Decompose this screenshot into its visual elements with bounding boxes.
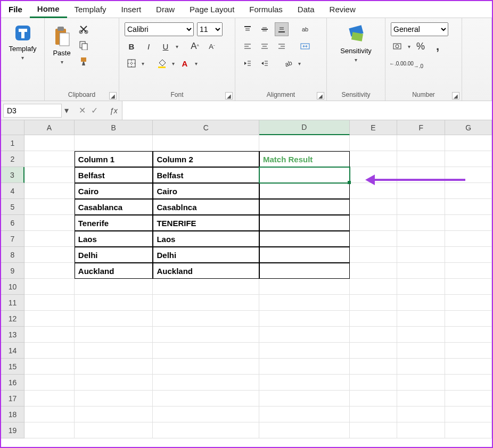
tab-review[interactable]: Review	[322, 2, 363, 17]
cell-D12[interactable]	[259, 311, 350, 327]
row-header-18[interactable]: 18	[1, 406, 24, 422]
cell-C5[interactable]: Casablnca	[153, 199, 259, 215]
cell-E5[interactable]	[350, 199, 398, 215]
tab-data[interactable]: Data	[290, 2, 322, 17]
cell-B12[interactable]	[75, 311, 153, 327]
accounting-format-button[interactable]	[391, 39, 405, 53]
cell-F5[interactable]	[397, 199, 445, 215]
cell-D1[interactable]	[259, 135, 350, 151]
clipboard-dialog-launcher[interactable]: ◢	[109, 92, 117, 99]
increase-font-button[interactable]: A^	[188, 39, 202, 53]
templafy-button[interactable]: Templafy ▾	[6, 22, 39, 62]
row-header-11[interactable]: 11	[1, 295, 24, 311]
format-painter-button[interactable]	[77, 54, 91, 68]
italic-button[interactable]: I	[142, 39, 155, 53]
cell-B15[interactable]	[75, 359, 153, 375]
cell-G7[interactable]	[445, 231, 492, 247]
cell-G19[interactable]	[445, 422, 492, 438]
cell-A5[interactable]	[24, 199, 75, 215]
cell-D16[interactable]	[259, 375, 350, 391]
tab-formulas[interactable]: Formulas	[242, 2, 290, 17]
cell-F2[interactable]	[397, 151, 445, 167]
cell-E17[interactable]	[350, 391, 398, 406]
cell-C9[interactable]: Auckland	[153, 263, 259, 279]
align-top-button[interactable]	[241, 22, 254, 36]
alignment-dialog-launcher[interactable]: ◢	[317, 92, 324, 99]
cell-G6[interactable]	[445, 215, 492, 231]
cell-D19[interactable]	[259, 422, 350, 438]
cell-E9[interactable]	[350, 263, 398, 279]
cell-F15[interactable]	[397, 359, 445, 375]
cell-F19[interactable]	[397, 422, 445, 438]
cell-B2[interactable]: Column 1	[75, 151, 153, 167]
cell-A18[interactable]	[24, 406, 75, 422]
cell-B6[interactable]: Tenerife	[75, 215, 153, 231]
row-header-9[interactable]: 9	[1, 263, 24, 279]
cell-G10[interactable]	[445, 279, 492, 295]
fill-color-button[interactable]	[155, 56, 169, 70]
orientation-button[interactable]: ab	[281, 56, 295, 70]
row-header-1[interactable]: 1	[1, 135, 24, 151]
cell-B17[interactable]	[75, 391, 153, 406]
cell-E16[interactable]	[350, 375, 398, 391]
increase-decimal-button[interactable]: ←.0.00	[391, 56, 405, 70]
sensitivity-button[interactable]: Sensitivity ▾	[332, 22, 380, 64]
cell-D10[interactable]	[259, 279, 350, 295]
cell-F4[interactable]	[397, 183, 445, 199]
cell-F10[interactable]	[397, 279, 445, 295]
cell-E19[interactable]	[350, 422, 398, 438]
font-color-button[interactable]: A	[178, 56, 192, 70]
cell-B10[interactable]	[75, 279, 153, 295]
cell-A16[interactable]	[24, 375, 75, 391]
cell-E15[interactable]	[350, 359, 398, 375]
cell-E1[interactable]	[350, 135, 398, 151]
cell-A13[interactable]	[24, 327, 75, 343]
cell-A1[interactable]	[24, 135, 75, 151]
cell-B8[interactable]: Delhi	[75, 247, 153, 263]
row-header-3[interactable]: 3	[1, 167, 24, 183]
cell-F1[interactable]	[397, 135, 445, 151]
cell-A7[interactable]	[24, 231, 75, 247]
row-header-14[interactable]: 14	[1, 343, 24, 359]
row-header-10[interactable]: 10	[1, 279, 24, 295]
cell-B13[interactable]	[75, 327, 153, 343]
cell-B16[interactable]	[75, 375, 153, 391]
borders-button[interactable]	[125, 56, 138, 70]
cell-F16[interactable]	[397, 375, 445, 391]
percent-format-button[interactable]: %	[414, 39, 428, 53]
cell-C1[interactable]	[153, 135, 259, 151]
cell-A2[interactable]	[24, 151, 75, 167]
cell-B9[interactable]: Auckland	[75, 263, 153, 279]
cell-D11[interactable]	[259, 295, 350, 311]
row-header-17[interactable]: 17	[1, 391, 24, 406]
cell-E4[interactable]	[350, 183, 398, 199]
cell-F18[interactable]	[397, 406, 445, 422]
cell-C17[interactable]	[153, 391, 259, 406]
cell-C6[interactable]: TENERIFE	[153, 215, 259, 231]
cell-D13[interactable]	[259, 327, 350, 343]
cell-G2[interactable]	[445, 151, 492, 167]
cell-E18[interactable]	[350, 406, 398, 422]
cell-C16[interactable]	[153, 375, 259, 391]
cell-D17[interactable]	[259, 391, 350, 406]
cell-E14[interactable]	[350, 343, 398, 359]
cell-B3[interactable]: Belfast	[75, 167, 153, 183]
cell-G13[interactable]	[445, 327, 492, 343]
cell-F17[interactable]	[397, 391, 445, 406]
cell-B1[interactable]	[75, 135, 153, 151]
cell-F6[interactable]	[397, 215, 445, 231]
row-header-5[interactable]: 5	[1, 199, 24, 215]
cell-B7[interactable]: Laos	[75, 231, 153, 247]
cell-G4[interactable]	[445, 183, 492, 199]
cell-F8[interactable]	[397, 247, 445, 263]
row-header-19[interactable]: 19	[1, 422, 24, 438]
column-header-E[interactable]: E	[350, 120, 398, 135]
align-left-button[interactable]	[241, 39, 254, 53]
cell-C11[interactable]	[153, 295, 259, 311]
cell-C2[interactable]: Column 2	[153, 151, 259, 167]
cell-C8[interactable]: Delhi	[153, 247, 259, 263]
underline-button[interactable]: U	[159, 39, 172, 53]
cell-E2[interactable]	[350, 151, 398, 167]
cell-G5[interactable]	[445, 199, 492, 215]
cell-D5[interactable]	[259, 199, 350, 215]
